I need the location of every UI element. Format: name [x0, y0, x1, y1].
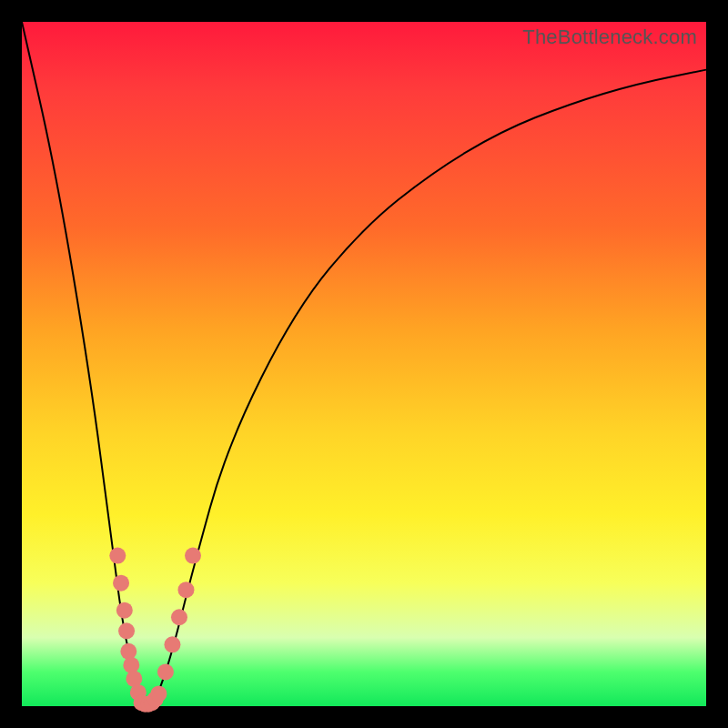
plot-area: TheBottleneck.com: [22, 22, 706, 706]
marker-dot: [157, 663, 174, 680]
marker-dot: [109, 548, 126, 564]
marker-dot: [171, 609, 187, 625]
marker-dot: [185, 548, 201, 564]
curve-layer: [22, 22, 706, 706]
marker-dot: [118, 622, 135, 639]
marker-dot: [150, 685, 167, 702]
marker-dot: [123, 657, 139, 673]
marker-group: [109, 548, 201, 713]
marker-dot: [113, 575, 129, 592]
marker-dot: [120, 643, 136, 660]
chart-frame: TheBottleneck.com: [0, 0, 728, 728]
marker-dot: [116, 602, 133, 619]
marker-dot: [177, 581, 194, 598]
marker-dot: [164, 636, 180, 652]
